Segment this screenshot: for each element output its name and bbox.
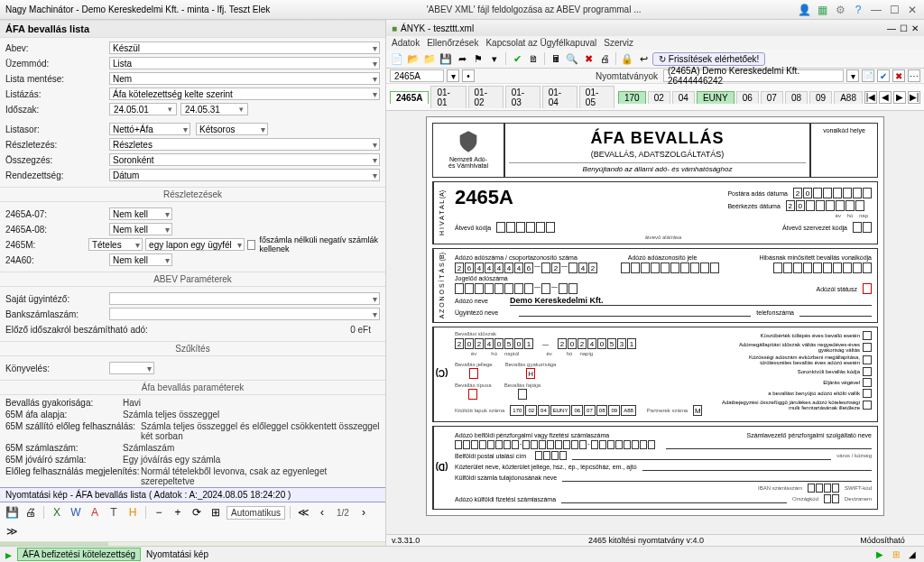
tb-openalt-icon[interactable]: 📁 (422, 51, 437, 66)
kulfoldi-tulaj-input[interactable] (562, 473, 872, 482)
tb-arrow-icon[interactable]: ➦ (455, 51, 469, 66)
nav-last-icon[interactable]: ≫ (4, 523, 20, 539)
anyk-close-icon[interactable]: ✕ (911, 23, 919, 33)
tb-calc-icon[interactable]: 🖩 (549, 51, 563, 66)
toolbar-minus-icon[interactable]: − (151, 504, 167, 521)
tb-print-icon[interactable]: 🖨 (597, 51, 612, 66)
bev-jellege-box[interactable] (469, 368, 478, 379)
tab-0105[interactable]: 01-05 (579, 86, 614, 108)
tab-last-icon[interactable]: ▶| (908, 91, 920, 104)
settings-icon[interactable]: ⚙ (834, 4, 846, 16)
menu-szerviz[interactable]: Szerviz (604, 38, 633, 48)
toolbar-pdf-icon[interactable]: A (87, 504, 103, 521)
tb-find-icon[interactable]: 🔍 (565, 51, 579, 66)
menu-kapcsolat[interactable]: Kapcsolat az Ügyfélkapuval (485, 38, 596, 48)
abev-select[interactable]: Készül▾ (109, 41, 380, 54)
orszag-boxes[interactable] (824, 494, 839, 503)
corner-play-icon[interactable]: ▶ (873, 548, 886, 561)
toolbar-plus-icon[interactable]: + (170, 504, 186, 521)
tab-0102[interactable]: 01-02 (468, 86, 504, 108)
tab-euny[interactable]: EUNY (697, 91, 735, 104)
nyom-caret-icon[interactable]: ▾ (846, 69, 859, 82)
uzemmod-select[interactable]: Lista▾ (109, 57, 380, 69)
tab-first-icon[interactable]: |◀ (864, 91, 877, 104)
anyk-max-icon[interactable]: ☐ (900, 23, 908, 33)
refresh-button[interactable]: ↻ Frissítések elérhetőek! (652, 52, 765, 66)
a60-select[interactable]: Nem kell▾ (109, 253, 172, 266)
adoszam-boxes[interactable]: 26444446—2—42 (455, 263, 597, 273)
tab-09[interactable]: 09 (809, 91, 832, 104)
minimize-icon[interactable]: — (870, 4, 882, 16)
nav-prev-icon[interactable]: ‹ (314, 504, 330, 521)
listasor-select[interactable]: Nettó+Áfa▾ (109, 123, 190, 135)
bev-gyak-box[interactable]: H (526, 368, 535, 379)
tb-lock-icon[interactable]: 🔒 (620, 51, 634, 66)
reszletezes-select[interactable]: Részletes▾ (109, 138, 380, 151)
tab-2465a[interactable]: 2465A (390, 91, 429, 104)
tb-x-icon[interactable]: ✖ (581, 51, 596, 66)
anyk-min-icon[interactable]: — (887, 23, 896, 33)
maximize-icon[interactable]: ☐ (888, 4, 901, 16)
corner-resize-icon[interactable]: ◢ (906, 548, 919, 561)
hibas-boxes[interactable] (773, 263, 872, 273)
kozterulet-input[interactable] (642, 462, 872, 471)
tb-doc-icon[interactable]: 🗎 (526, 51, 541, 66)
tb-check-icon[interactable]: ✔ (510, 51, 524, 66)
code-input[interactable]: 2465A (390, 69, 444, 82)
szamlavezeto-input[interactable] (666, 440, 872, 449)
close-icon[interactable]: ✕ (906, 4, 919, 16)
tb-open-icon[interactable]: 📂 (406, 51, 420, 66)
date-to[interactable]: 24.05.31▾ (180, 103, 248, 115)
toolbar-html-icon[interactable]: H (125, 504, 141, 521)
apps-icon[interactable]: ▦ (816, 4, 828, 16)
m-checkbox[interactable] (247, 240, 255, 250)
postai-boxes[interactable] (535, 451, 567, 460)
tb-back-icon[interactable]: ↩ (636, 51, 651, 66)
toolbar-excel-icon[interactable]: X (49, 504, 65, 521)
adoazonosito-boxes[interactable] (621, 263, 719, 273)
toolbar-rotate-icon[interactable]: ⟳ (189, 504, 205, 521)
toolbar-save-icon[interactable]: 💾 (4, 504, 20, 521)
iban-boxes[interactable] (808, 484, 839, 493)
tab-a88[interactable]: A88 (834, 91, 863, 104)
status-box[interactable] (863, 283, 872, 294)
user-icon[interactable]: 👤 (798, 4, 810, 16)
tab-next-icon[interactable]: ▶ (893, 91, 906, 104)
a07-select[interactable]: Nem kell▾ (109, 207, 172, 220)
tb-caret-icon[interactable]: ▾ (487, 51, 502, 66)
tab-07[interactable]: 07 (761, 91, 783, 104)
adozo-neve-val[interactable]: Demo Kereskedelmi Kft. (510, 296, 872, 306)
tab-0101[interactable]: 01-01 (430, 86, 466, 108)
tab-prev-icon[interactable]: ◀ (879, 91, 892, 104)
telefon-input[interactable] (799, 308, 872, 317)
bev-fajta-box[interactable] (518, 389, 527, 400)
ugyintezo-input[interactable] (519, 308, 751, 317)
m-opt-select[interactable]: egy lapon egy ügyfél▾ (145, 238, 245, 251)
strip-dot-icon[interactable]: • (462, 69, 475, 82)
menu-adatok[interactable]: Adatok (392, 38, 420, 48)
m-box[interactable]: M (693, 405, 702, 416)
form-canvas[interactable]: Nemzeti Adó- és Vámhivatal ÁFA BEVALLÁS … (386, 111, 924, 534)
ketsoros-select[interactable]: Kétsoros▾ (196, 123, 268, 135)
date-from-boxes[interactable]: 20240501 (455, 338, 533, 349)
strip-del-icon[interactable]: ✖ (892, 69, 905, 82)
sajat-select[interactable]: ▾ (109, 292, 380, 305)
konyveles-select[interactable]: ▾ (109, 362, 154, 374)
strip-more-icon[interactable]: ⋯ (908, 69, 920, 82)
postai-input[interactable] (572, 451, 831, 460)
rendezettseg-select[interactable]: Dátum▾ (109, 169, 380, 181)
tab-06[interactable]: 06 (736, 91, 759, 104)
a08-select[interactable]: Nem kell▾ (109, 223, 172, 235)
tab-02[interactable]: 02 (648, 91, 670, 104)
kulfoldi-fiz-input[interactable] (561, 494, 787, 503)
status-tab[interactable]: ÁFA befizetési kötelezettség (17, 548, 141, 561)
penzforgalmi-boxes[interactable]: -- (455, 440, 655, 449)
toolbar-print-icon[interactable]: 🖨 (23, 504, 39, 521)
tab-0103[interactable]: 01-03 (505, 86, 541, 108)
tb-save-icon[interactable]: 💾 (439, 51, 453, 66)
toolbar-fit-icon[interactable]: ⊞ (208, 504, 224, 521)
menu-ellenorzesek[interactable]: Ellenőrzések (427, 38, 478, 48)
help-icon[interactable]: ? (852, 4, 864, 16)
strip-new-icon[interactable]: 📄 (862, 69, 874, 82)
bev-tipus-box[interactable] (468, 389, 477, 400)
